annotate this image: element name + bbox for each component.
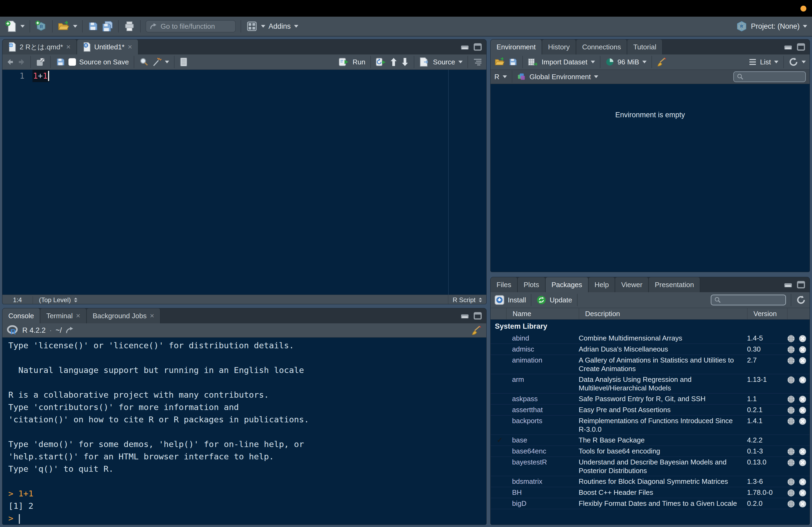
memory-caret[interactable] [642, 61, 647, 63]
environment-selector-caret[interactable] [594, 75, 598, 78]
compile-report-icon[interactable] [179, 57, 188, 67]
package-website-icon[interactable] [787, 406, 799, 414]
goto-file-input[interactable] [160, 22, 232, 31]
package-name-link[interactable]: bayestestR [506, 458, 579, 466]
package-name-link[interactable]: BH [506, 488, 579, 497]
save-workspace-icon[interactable] [508, 57, 518, 66]
close-icon[interactable]: × [150, 312, 154, 320]
package-remove-icon[interactable] [799, 406, 810, 414]
install-button[interactable]: Install [508, 296, 526, 304]
package-website-icon[interactable] [787, 335, 799, 343]
package-name-link[interactable]: bigD [506, 499, 579, 508]
package-remove-icon[interactable] [799, 357, 810, 365]
package-name-link[interactable]: askpass [506, 394, 579, 403]
package-remove-icon[interactable] [799, 500, 810, 508]
update-icon[interactable] [536, 295, 547, 305]
working-directory[interactable]: ~/ [56, 326, 62, 335]
package-remove-icon[interactable] [799, 458, 810, 467]
run-next-icon[interactable] [401, 57, 409, 66]
close-icon[interactable]: × [66, 43, 71, 51]
package-name-link[interactable]: backports [506, 417, 579, 425]
maximize-pane-icon[interactable] [797, 43, 805, 51]
packages-search-box[interactable] [711, 295, 786, 305]
import-dataset-icon[interactable] [528, 57, 538, 67]
pane-layout-caret[interactable] [261, 25, 265, 28]
run-button[interactable]: Run [352, 58, 365, 66]
package-website-icon[interactable] [787, 357, 799, 365]
package-remove-icon[interactable] [799, 489, 810, 497]
list-view-label[interactable]: List [760, 58, 771, 66]
tab-presentation[interactable]: Presentation [649, 277, 700, 292]
name-column-header[interactable]: Name [506, 308, 579, 319]
package-remove-icon[interactable] [799, 346, 810, 353]
package-remove-icon[interactable] [799, 335, 810, 343]
language-caret[interactable] [503, 75, 507, 78]
packages-search-input[interactable] [723, 296, 783, 304]
minimize-pane-icon[interactable] [461, 312, 469, 320]
save-all-icon[interactable] [102, 20, 113, 32]
package-remove-icon[interactable] [799, 395, 810, 403]
forward-icon[interactable] [17, 58, 26, 66]
package-website-icon[interactable] [787, 448, 799, 456]
clear-console-broom-icon[interactable] [471, 325, 482, 336]
goto-file-search[interactable] [146, 20, 236, 32]
addins-caret[interactable] [294, 25, 298, 28]
minimize-pane-icon[interactable] [461, 43, 469, 51]
tab-viewer[interactable]: Viewer [615, 277, 649, 292]
run-previous-icon[interactable] [390, 57, 398, 66]
maximize-pane-icon[interactable] [474, 312, 482, 320]
new-project-icon[interactable]: R [35, 20, 47, 32]
tab-help[interactable]: Help [589, 277, 615, 292]
maximize-pane-icon[interactable] [474, 43, 482, 51]
source-on-save-checkbox[interactable] [69, 58, 76, 66]
find-replace-icon[interactable] [139, 57, 149, 67]
minimize-traffic-light[interactable] [800, 6, 806, 12]
addins-button[interactable]: Addins [269, 22, 291, 31]
maximize-pane-icon[interactable] [797, 281, 805, 288]
show-directory-icon[interactable] [66, 327, 74, 334]
rerun-icon[interactable] [376, 57, 387, 67]
tab-qmd-file[interactable]: 2 Rとは.qmd* × [2, 40, 77, 55]
code-editor[interactable]: 1 1+1 [2, 70, 486, 295]
package-remove-icon[interactable] [799, 448, 810, 456]
pane-layout-icon[interactable] [246, 20, 258, 32]
package-name-link[interactable]: abind [506, 334, 579, 342]
package-remove-icon[interactable] [799, 478, 810, 486]
package-website-icon[interactable] [787, 478, 799, 486]
scope-selector[interactable]: (Top Level) [33, 296, 83, 304]
source-button[interactable]: Source [433, 58, 455, 66]
package-name-link[interactable]: bdsmatrix [506, 477, 579, 486]
back-icon[interactable] [6, 58, 14, 66]
package-name-link[interactable]: assertthat [506, 405, 579, 414]
open-in-new-window-icon[interactable] [36, 57, 45, 67]
minimize-pane-icon[interactable] [784, 281, 793, 288]
save-icon[interactable] [56, 57, 65, 67]
version-column-header[interactable]: Version [747, 308, 787, 319]
tab-files[interactable]: Files [491, 277, 518, 292]
environment-search-input[interactable] [746, 73, 802, 81]
save-icon[interactable] [88, 21, 98, 32]
package-name-link[interactable]: admisc [506, 345, 579, 353]
console-output[interactable]: Type 'license()' or 'licence()' for dist… [2, 337, 486, 524]
tab-console[interactable]: Console [2, 308, 40, 323]
package-website-icon[interactable] [787, 346, 799, 353]
package-website-icon[interactable] [787, 395, 799, 403]
update-button[interactable]: Update [550, 296, 572, 304]
tab-terminal[interactable]: Terminal × [40, 308, 87, 323]
refresh-caret[interactable] [801, 61, 806, 63]
list-view-caret[interactable] [774, 61, 779, 63]
environment-selector[interactable]: Global Environment [530, 73, 591, 81]
close-icon[interactable]: × [128, 43, 132, 51]
package-remove-icon[interactable] [799, 417, 810, 425]
open-file-caret[interactable] [73, 25, 77, 28]
new-file-icon[interactable] [5, 20, 17, 32]
package-website-icon[interactable] [787, 376, 799, 384]
open-file-icon[interactable] [57, 20, 70, 32]
description-column-header[interactable]: Description [579, 308, 747, 319]
tab-tutorial[interactable]: Tutorial [627, 40, 663, 55]
package-name-link[interactable]: animation [506, 356, 579, 364]
run-icon[interactable] [338, 57, 349, 67]
package-website-icon[interactable] [787, 458, 799, 467]
package-name-link[interactable]: arm [506, 375, 579, 384]
package-website-icon[interactable] [787, 489, 799, 497]
